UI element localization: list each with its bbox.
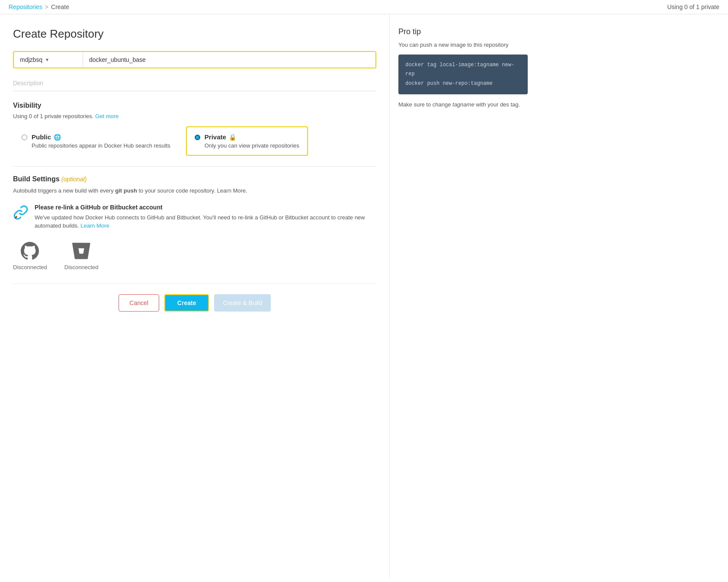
public-desc: Public repositories appear in Docker Hub… (32, 142, 170, 149)
optional-label: (optional) (61, 176, 87, 183)
code-block: docker tag local-image:tagname new-rep d… (398, 55, 528, 95)
private-option[interactable]: Private 🔒 Only you can view private repo… (186, 126, 308, 156)
build-settings-title: Build Settings (optional) (13, 175, 376, 183)
relink-desc: We've updated how Docker Hub connects to… (35, 213, 376, 230)
visibility-title: Visibility (13, 102, 376, 109)
code-line-2: docker push new-repo:tagname (405, 79, 521, 89)
visibility-options: Public 🌐 Public repositories appear in D… (13, 126, 376, 156)
code-line-1: docker tag local-image:tagname new-rep (405, 61, 521, 79)
private-radio[interactable] (195, 135, 200, 140)
get-more-link[interactable]: Get more (95, 113, 119, 119)
relink-text: Please re-link a GitHub or Bitbucket acc… (35, 204, 376, 230)
public-label: Public 🌐 (32, 133, 170, 141)
learn-more-link[interactable]: Learn More. (217, 187, 247, 194)
relink-notice: Please re-link a GitHub or Bitbucket acc… (13, 204, 376, 230)
connected-accounts: Disconnected Disconnected (13, 241, 376, 270)
repo-name-row: mdjzbsq ▾ (13, 51, 376, 68)
section-divider (13, 166, 376, 167)
footer-buttons: Cancel Create Create & Build (13, 294, 376, 312)
create-button[interactable]: Create (164, 294, 209, 312)
visibility-section: Visibility Using 0 of 1 private reposito… (13, 102, 376, 156)
public-option[interactable]: Public 🌐 Public repositories appear in D… (13, 126, 179, 156)
repo-name-input[interactable] (83, 52, 375, 68)
github-label: Disconnected (13, 264, 47, 270)
bitbucket-icon (71, 241, 92, 261)
top-nav: Repositories > Create Using 0 of 1 priva… (0, 0, 728, 14)
page-title: Create Repository (13, 27, 376, 41)
build-settings-section: Build Settings (optional) Autobuild trig… (13, 175, 376, 270)
private-label: Private 🔒 (205, 133, 299, 141)
lock-icon: 🔒 (229, 134, 236, 141)
private-desc: Only you can view private repositories (205, 142, 299, 149)
description-input[interactable] (13, 75, 376, 91)
pro-tip-title: Pro tip (398, 27, 528, 36)
public-info: Public 🌐 Public repositories appear in D… (32, 133, 170, 149)
footer-divider (13, 283, 376, 284)
relink-title: Please re-link a GitHub or Bitbucket acc… (35, 204, 376, 211)
globe-icon: 🌐 (54, 134, 61, 141)
public-radio[interactable] (22, 135, 27, 140)
private-info: Private 🔒 Only you can view private repo… (205, 133, 299, 149)
link-icon (13, 205, 29, 223)
breadcrumb: Repositories > Create (9, 3, 69, 10)
bitbucket-label: Disconnected (64, 264, 99, 270)
create-build-button[interactable]: Create & Build (214, 294, 270, 312)
bitbucket-account: Disconnected (64, 241, 99, 270)
pro-tip-desc: You can push a new image to this reposit… (398, 41, 528, 49)
private-count: Using 0 of 1 private repositories. Get m… (13, 113, 376, 119)
breadcrumb-current: Create (51, 3, 69, 10)
namespace-selector[interactable]: mdjzbsq ▾ (14, 52, 83, 68)
breadcrumb-separator: > (45, 3, 48, 10)
main-content: Create Repository mdjzbsq ▾ Visibility U… (0, 14, 389, 578)
cancel-button[interactable]: Cancel (119, 294, 159, 312)
relink-learn-more-link[interactable]: Learn More (80, 222, 109, 229)
repositories-link[interactable]: Repositories (9, 3, 42, 10)
pro-tip-note: Make sure to change tagname with your de… (398, 100, 528, 109)
tagname-italic: tagname (452, 101, 475, 108)
page-layout: Create Repository mdjzbsq ▾ Visibility U… (0, 14, 728, 578)
github-account: Disconnected (13, 241, 47, 270)
svg-line-0 (15, 216, 17, 219)
usage-info: Using 0 of 1 private (667, 3, 719, 10)
sidebar: Pro tip You can push a new image to this… (389, 14, 536, 578)
build-desc: Autobuild triggers a new build with ever… (13, 186, 376, 195)
github-icon (19, 241, 40, 261)
chevron-down-icon: ▾ (46, 57, 48, 63)
namespace-value: mdjzbsq (20, 56, 42, 63)
